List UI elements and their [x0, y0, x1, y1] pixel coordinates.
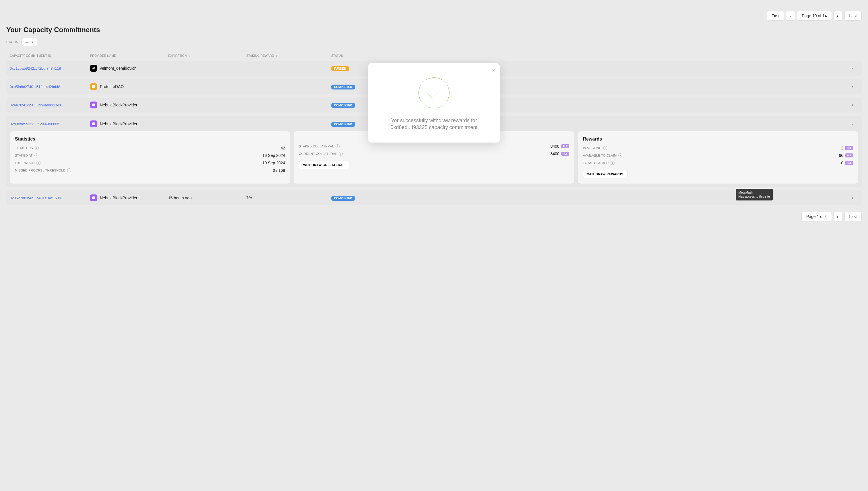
metamask-title: MetaMask	[738, 191, 770, 195]
info-icon[interactable]: i	[34, 153, 38, 157]
next-button[interactable]: ▸	[834, 11, 843, 21]
close-icon[interactable]: ×	[492, 67, 495, 74]
page-title: Your Capacity Commitments	[6, 26, 862, 34]
first-button[interactable]: First	[767, 11, 784, 21]
provider-icon	[90, 195, 97, 201]
chevron-right-icon: ▸	[837, 15, 839, 18]
statistics-card: Statistics TOTAL CUSi42 STAKED ATi16 Sep…	[10, 132, 290, 183]
col-expiration[interactable]: EXPIRATION↓	[168, 54, 246, 57]
provider-icon: ///	[90, 65, 97, 72]
total-cus-value: 42	[281, 146, 285, 150]
provider-icon	[90, 120, 97, 127]
commitment-id-link[interactable]: 0xc1cba59242...72bdf7484118	[10, 66, 90, 70]
status-badge: COMPLETED	[331, 122, 355, 127]
staked-collateral-value: 8400	[550, 144, 560, 149]
expiration-cell: 16 hours ago	[168, 196, 246, 200]
col-status: STATUS	[331, 54, 847, 57]
info-icon[interactable]: i	[35, 146, 39, 150]
status-filter-value: All	[25, 40, 29, 44]
status-filter-select[interactable]: All ▼	[22, 38, 37, 46]
bottom-pagination: Page 1 of 4 ▸ Last	[6, 212, 862, 222]
commitment-id-link[interactable]: 0xb5fa8c2740...51fea4d2bd48	[10, 85, 90, 89]
withdraw-rewards-button[interactable]: WITHDRAW REWARDS	[583, 170, 628, 178]
expand-chevron-icon[interactable]: ›	[847, 196, 858, 200]
provider-name: velmont_demidovich	[100, 66, 137, 70]
prev-button[interactable]: ◂	[786, 11, 795, 21]
in-vesting-value: 2	[841, 146, 843, 150]
collapse-chevron-icon[interactable]: ⌄	[847, 122, 858, 126]
staking-cell: 7%	[246, 196, 331, 200]
table-row[interactable]: 0x8527df2b4b...c401e84c1633 NebulaBlockP…	[6, 191, 862, 205]
status-badge: COMPLETED	[331, 103, 355, 108]
table-header: CAPACITY COMMITMENT ID PROVIDER NAME EXP…	[6, 54, 862, 61]
status-badge: FUNDED	[331, 66, 349, 71]
chevron-right-icon: ▸	[837, 215, 839, 218]
status-badge: COMPLETED	[331, 196, 355, 201]
status-filter-label: STATUS	[6, 40, 18, 44]
commitment-id-link[interactable]: 0xd8ede59256...f6c449f93335	[10, 122, 90, 126]
expand-chevron-icon[interactable]: ›	[847, 103, 858, 107]
provider-name: NebulaBlockProvider	[100, 196, 137, 200]
chevron-down-icon: ▼	[31, 41, 34, 44]
page-info[interactable]: Page 1 of 4	[802, 212, 832, 222]
available-to-claim-value: 66	[839, 153, 844, 158]
info-icon[interactable]: i	[67, 168, 71, 172]
commitment-id-link[interactable]: 0xee7f241dba...8db4ab931141	[10, 103, 90, 107]
info-icon[interactable]: i	[335, 144, 340, 148]
expiration-value: 19 Sep 2024	[262, 161, 285, 165]
filter-row: STATUS All ▼	[6, 38, 862, 46]
provider-name: NebulaBlockProvider	[100, 122, 137, 126]
expand-chevron-icon[interactable]: ›	[847, 85, 858, 89]
metamask-tooltip: MetaMask Has access to this site	[736, 189, 773, 200]
info-icon[interactable]: i	[611, 161, 615, 165]
col-staking[interactable]: STAKING REWARD↓	[246, 54, 331, 57]
rewards-card: Rewards IN VESTINGi2FLT AVAILABLE TO CLA…	[578, 132, 858, 183]
provider-icon	[90, 83, 97, 90]
sort-down-icon: ↓	[189, 54, 190, 57]
provider-name: ProtofireDAO	[100, 84, 124, 89]
provider-name: NebulaBlockProvider	[100, 103, 137, 107]
modal-message: Yor successfully withdraw rewards for 0x…	[377, 117, 491, 131]
flt-badge: FLT	[845, 146, 853, 150]
next-button[interactable]: ▸	[834, 212, 843, 222]
success-modal: × Yor successfully withdraw rewards for …	[368, 63, 500, 143]
last-button[interactable]: Last	[844, 11, 862, 21]
provider-icon	[90, 102, 97, 108]
flt-badge: FLT	[845, 153, 853, 157]
col-id: CAPACITY COMMITMENT ID	[10, 54, 90, 57]
flt-badge: FLT	[561, 152, 569, 156]
last-button[interactable]: Last	[844, 212, 862, 222]
metamask-subtitle: Has access to this site	[738, 195, 770, 199]
sort-down-icon: ↓	[276, 54, 277, 57]
info-icon[interactable]: i	[36, 161, 40, 165]
success-check-icon	[418, 78, 450, 108]
current-collateral-value: 8400	[550, 151, 560, 156]
commitment-id-link[interactable]: 0x8527df2b4b...c401e84c1633	[10, 196, 90, 200]
total-claimed-value: 0	[841, 161, 843, 165]
col-provider: PROVIDER NAME	[90, 54, 168, 57]
card-title: Rewards	[583, 137, 853, 142]
flt-badge: FLT	[561, 144, 569, 148]
status-badge: COMPLETED	[331, 85, 355, 89]
withdraw-collateral-button[interactable]: WITHDRAW COLLATERAL	[299, 161, 349, 169]
info-icon[interactable]: i	[618, 153, 622, 157]
chevron-left-icon: ◂	[790, 15, 791, 18]
staked-at-value: 16 Sep 2024	[262, 153, 285, 158]
top-pagination: First ◂ Page 10 of 14 ▸ Last	[6, 11, 862, 21]
flt-badge: FLT	[845, 161, 853, 165]
page-info[interactable]: Page 10 of 14	[797, 11, 832, 21]
card-title: Statistics	[15, 137, 285, 142]
info-icon[interactable]: i	[603, 146, 607, 150]
expand-chevron-icon[interactable]: ›	[847, 66, 858, 70]
missed-proofs-value: 0 / 168	[273, 168, 285, 173]
info-icon[interactable]: i	[339, 152, 343, 156]
